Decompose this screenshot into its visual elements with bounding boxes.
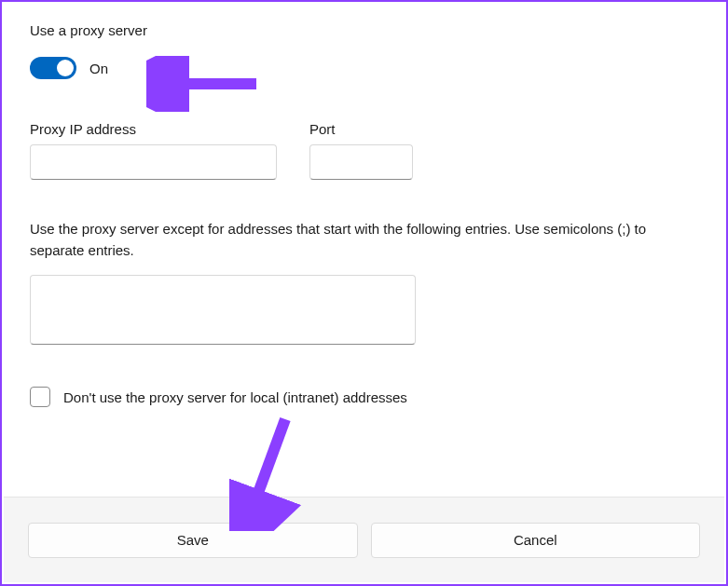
proxy-section-title: Use a proxy server <box>30 22 698 38</box>
cancel-button[interactable]: Cancel <box>371 523 701 558</box>
toggle-knob <box>57 60 74 76</box>
proxy-ip-input[interactable] <box>30 144 277 180</box>
exceptions-label: Use the proxy server except for addresse… <box>30 219 698 261</box>
save-button[interactable]: Save <box>28 523 358 558</box>
proxy-port-label: Port <box>309 121 413 137</box>
bypass-local-checkbox[interactable] <box>30 387 50 407</box>
exceptions-textarea[interactable] <box>30 275 416 345</box>
button-bar: Save Cancel <box>4 497 724 582</box>
bypass-local-label: Don't use the proxy server for local (in… <box>63 389 407 405</box>
proxy-toggle[interactable] <box>30 57 76 79</box>
proxy-ip-label: Proxy IP address <box>30 121 277 137</box>
proxy-port-input[interactable] <box>309 144 413 180</box>
proxy-toggle-state-label: On <box>89 61 108 76</box>
